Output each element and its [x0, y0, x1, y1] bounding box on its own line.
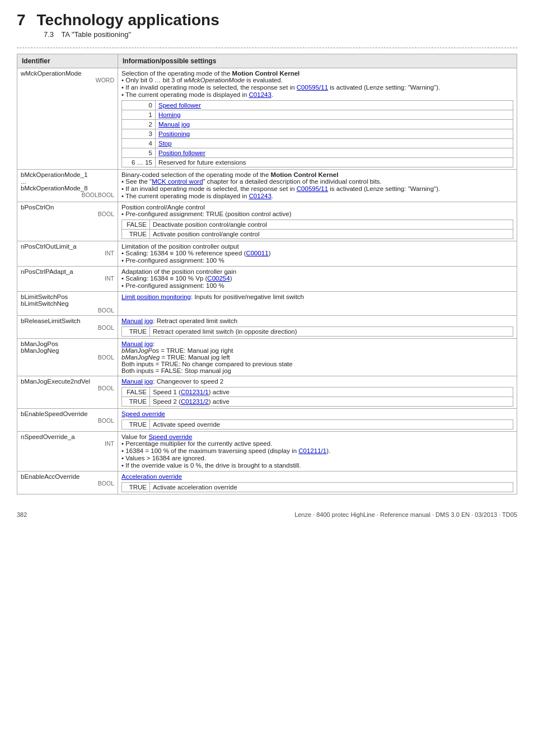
link-acc-override[interactable]: Acceleration override: [121, 473, 182, 480]
identifier-name: bMckOperationMode_8: [21, 185, 88, 192]
identifier-name: ...: [21, 178, 26, 185]
identifier-name: bEnableAccOverride: [21, 473, 79, 480]
identifier-cell: wMckOperationModeWORD: [17, 68, 118, 170]
value-row: TRUEActivate acceleration override: [122, 483, 513, 492]
value-desc: Activate speed override: [150, 420, 513, 430]
col-info-header: Information/possible settings: [118, 54, 517, 68]
bullet-item: See the "MCK control word" chapter for a…: [121, 178, 513, 185]
value-num: 6 … 15: [122, 158, 156, 167]
info-main-text: Manual jog: Retract operated limit switc…: [121, 318, 513, 324]
link-manual-jog2[interactable]: Manual jog: [121, 340, 153, 347]
value-bool: TRUE: [122, 483, 150, 492]
bullet-item: Scaling: 16384 ≡ 100 % Vp (C00254): [121, 275, 513, 282]
link-limit-monitoring[interactable]: Limit position monitoring: [121, 293, 191, 300]
info-main-text: Manual jog: Changeover to speed 2: [121, 378, 513, 385]
values-table: TRUEActivate speed override: [121, 419, 513, 430]
mode-link[interactable]: Homing: [158, 111, 181, 118]
col-identifier-header: Identifier: [17, 54, 118, 68]
mode-link[interactable]: Manual jog: [158, 121, 190, 128]
table-row: bEnableSpeedOverrideBOOLSpeed overrideTR…: [17, 409, 517, 432]
datatype-label: BOOL: [21, 417, 114, 424]
value-row: 5Position follower: [122, 148, 513, 158]
link-speed-override[interactable]: Speed override: [121, 410, 165, 417]
datatype-label: BOOLBOOL: [21, 192, 114, 198]
bullet-item: 16384 = 100 % of the maximum traversing …: [121, 447, 513, 454]
identifier-name: wMckOperationMode: [21, 70, 82, 77]
bullet-item: The current operating mode is displayed …: [121, 193, 513, 199]
identifier-name: bLimitSwitchPos: [21, 293, 68, 300]
identifier-cell: nSpeedOverride_aINT: [17, 432, 118, 472]
link-c00595[interactable]: C00595/11: [297, 84, 328, 91]
value-row: 0Speed follower: [122, 101, 513, 110]
value-desc: Position follower: [156, 148, 513, 158]
info-cell: Value for Speed overridePercentage multi…: [118, 432, 517, 472]
identifier-cell: bPosCtrlOnBOOL: [17, 202, 118, 241]
value-num: 4: [122, 139, 156, 148]
values-table: FALSEDeactivate position control/angle c…: [121, 220, 513, 239]
chapter-title-text: Technology applications: [37, 11, 219, 29]
info-main-text: Binary-coded selection of the operating …: [121, 171, 513, 178]
info-bullets: Scaling: 16384 ≡ 100 % Vp (C00254)Pre-co…: [121, 275, 513, 289]
value-row: FALSESpeed 1 (C01231/1) active: [122, 388, 513, 397]
value-desc: Speed 1 (C01231/1) active: [150, 388, 513, 397]
link-manual-jog[interactable]: Manual jog: [121, 318, 153, 324]
mode-link[interactable]: Stop: [158, 140, 172, 147]
value-desc: Activate position control/angle control: [150, 230, 513, 239]
bullet-item: The current operating mode is displayed …: [121, 91, 513, 98]
info-bullets: Scaling: 16384 ≡ 100 % reference speed (…: [121, 250, 513, 264]
link-mck[interactable]: MCK control word: [152, 178, 203, 185]
value-desc: Positioning: [156, 129, 513, 139]
identifier-name: bManJogPos: [21, 340, 58, 347]
mode-link[interactable]: Position follower: [158, 150, 205, 156]
info-cell: Manual jog: Changeover to speed 2FALSESp…: [118, 376, 517, 409]
value-bool: TRUE: [122, 420, 150, 430]
link-c01231-1[interactable]: C01231/1: [181, 389, 209, 395]
section-num: 7.3: [44, 30, 59, 39]
link-manual-jog3[interactable]: Manual jog: [121, 378, 153, 385]
value-row: TRUESpeed 2 (C01231/2) active: [122, 397, 513, 407]
value-bool: TRUE: [122, 327, 150, 337]
value-row: 6 … 15Reserved for future extensions: [122, 158, 513, 167]
identifier-cell: bMckOperationMode_1...bMckOperationMode_…: [17, 170, 118, 202]
table-row: nPosCtrlOutLimit_aINTLimitation of the p…: [17, 241, 517, 267]
info-main-text: Manual jog:bManJogPos = TRUE: Manual jog…: [121, 340, 513, 374]
datatype-label: BOOL: [21, 354, 114, 361]
info-cell: Selection of the operating mode of the M…: [118, 68, 517, 170]
link-c00011[interactable]: C00011: [246, 250, 268, 256]
info-bullets: See the "MCK control word" chapter for a…: [121, 178, 513, 199]
info-cell: Limitation of the position controller ou…: [118, 241, 517, 267]
info-cell: Speed overrideTRUEActivate speed overrid…: [118, 409, 517, 432]
link-c01243b[interactable]: C01243: [249, 193, 271, 199]
mode-link[interactable]: Positioning: [158, 130, 190, 137]
table-row: bMckOperationMode_1...bMckOperationMode_…: [17, 170, 517, 202]
value-desc: Reserved for future extensions: [156, 158, 513, 167]
info-cell: Binary-coded selection of the operating …: [118, 170, 517, 202]
chapter-title: 7 Technology applications: [17, 11, 517, 29]
value-bool: FALSE: [122, 388, 150, 397]
mode-link[interactable]: Speed follower: [158, 102, 201, 109]
page-header: 7 Technology applications 7.3 TA "Table …: [17, 11, 517, 39]
identifier-name: bManJogExecute2ndVel: [21, 378, 90, 385]
datatype-label: BOOL: [21, 211, 114, 217]
link-c00254[interactable]: C00254: [207, 275, 229, 282]
link-c01211[interactable]: C01211/1: [298, 447, 326, 454]
info-cell: Limit position monitoring: Inputs for po…: [118, 292, 517, 316]
section-title: TA "Table positioning": [61, 30, 131, 39]
value-num: 1: [122, 110, 156, 120]
link-c00595b[interactable]: C00595/11: [297, 185, 328, 192]
value-row: TRUEActivate position control/angle cont…: [122, 230, 513, 239]
info-cell: Adaptation of the position controller ga…: [118, 267, 517, 292]
datatype-label: INT: [21, 250, 114, 256]
link-c01231-2[interactable]: C01231/2: [181, 398, 209, 405]
info-main-text: Limitation of the position controller ou…: [121, 243, 513, 250]
datatype-label: INT: [21, 440, 114, 447]
bullet-item: If an invalid operating mode is selected…: [121, 185, 513, 192]
link-speed-override2[interactable]: Speed override: [148, 433, 192, 440]
identifier-cell: bEnableSpeedOverrideBOOL: [17, 409, 118, 432]
values-table: TRUERetract operated limit switch (in op…: [121, 326, 513, 337]
bullet-item: If an invalid operating mode is selected…: [121, 84, 513, 91]
table-row: bLimitSwitchPosbLimitSwitchNegBOOLLimit …: [17, 292, 517, 316]
link-c01243[interactable]: C01243: [249, 91, 271, 98]
datatype-label: INT: [21, 275, 114, 282]
values-table: 0Speed follower1Homing2Manual jog3Positi…: [121, 100, 513, 167]
